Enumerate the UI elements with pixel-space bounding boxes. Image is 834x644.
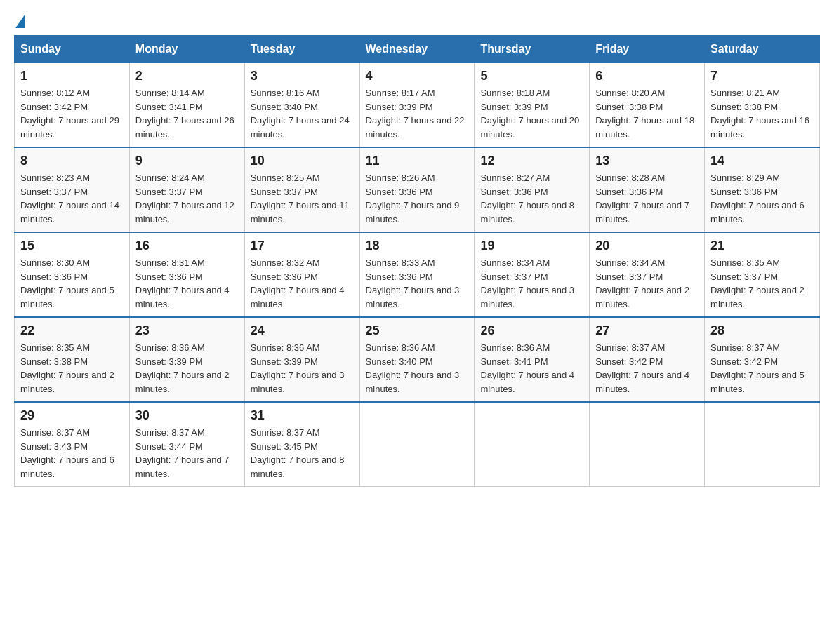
page-header — [14, 14, 820, 28]
day-number: 28 — [710, 323, 814, 338]
table-row: 8 Sunrise: 8:23 AMSunset: 3:37 PMDayligh… — [15, 147, 130, 232]
table-row: 25 Sunrise: 8:36 AMSunset: 3:40 PMDaylig… — [359, 317, 475, 402]
day-info: Sunrise: 8:34 AMSunset: 3:37 PMDaylight:… — [595, 257, 689, 309]
table-row — [475, 402, 590, 487]
table-row: 12 Sunrise: 8:27 AMSunset: 3:36 PMDaylig… — [475, 147, 590, 232]
table-row: 10 Sunrise: 8:25 AMSunset: 3:37 PMDaylig… — [244, 147, 359, 232]
col-header-saturday: Saturday — [705, 36, 820, 63]
day-info: Sunrise: 8:34 AMSunset: 3:37 PMDaylight:… — [480, 257, 574, 309]
day-number: 3 — [251, 69, 354, 83]
day-info: Sunrise: 8:30 AMSunset: 3:36 PMDaylight:… — [20, 257, 114, 309]
calendar-header-row: Sunday Monday Tuesday Wednesday Thursday… — [15, 36, 820, 63]
col-header-wednesday: Wednesday — [359, 36, 475, 63]
day-number: 12 — [480, 154, 583, 168]
day-info: Sunrise: 8:37 AMSunset: 3:45 PMDaylight:… — [251, 427, 345, 479]
day-info: Sunrise: 8:36 AMSunset: 3:41 PMDaylight:… — [480, 342, 574, 394]
col-header-monday: Monday — [129, 36, 244, 63]
table-row: 29 Sunrise: 8:37 AMSunset: 3:43 PMDaylig… — [15, 402, 130, 487]
table-row: 26 Sunrise: 8:36 AMSunset: 3:41 PMDaylig… — [475, 317, 590, 402]
day-number: 23 — [135, 323, 239, 338]
day-number: 30 — [135, 408, 239, 423]
day-info: Sunrise: 8:16 AMSunset: 3:40 PMDaylight:… — [251, 88, 350, 140]
day-info: Sunrise: 8:35 AMSunset: 3:37 PMDaylight:… — [710, 257, 805, 309]
day-number: 21 — [710, 239, 814, 253]
calendar-week-row: 1 Sunrise: 8:12 AMSunset: 3:42 PMDayligh… — [15, 63, 820, 148]
day-info: Sunrise: 8:35 AMSunset: 3:38 PMDaylight:… — [20, 342, 114, 394]
logo — [14, 14, 27, 28]
day-info: Sunrise: 8:31 AMSunset: 3:36 PMDaylight:… — [135, 257, 230, 309]
day-number: 18 — [366, 239, 469, 253]
calendar-week-row: 8 Sunrise: 8:23 AMSunset: 3:37 PMDayligh… — [15, 147, 820, 232]
day-info: Sunrise: 8:37 AMSunset: 3:42 PMDaylight:… — [595, 342, 689, 394]
day-info: Sunrise: 8:12 AMSunset: 3:42 PMDaylight:… — [20, 88, 119, 140]
day-number: 6 — [595, 69, 699, 83]
table-row: 31 Sunrise: 8:37 AMSunset: 3:45 PMDaylig… — [244, 402, 359, 487]
day-number: 7 — [710, 69, 814, 83]
table-row: 6 Sunrise: 8:20 AMSunset: 3:38 PMDayligh… — [590, 63, 705, 148]
day-info: Sunrise: 8:28 AMSunset: 3:36 PMDaylight:… — [595, 173, 689, 224]
table-row — [705, 402, 820, 487]
col-header-sunday: Sunday — [15, 36, 130, 63]
day-info: Sunrise: 8:36 AMSunset: 3:39 PMDaylight:… — [135, 342, 230, 394]
day-number: 11 — [366, 154, 469, 168]
day-number: 24 — [251, 323, 354, 338]
calendar-table: Sunday Monday Tuesday Wednesday Thursday… — [14, 35, 820, 487]
table-row: 27 Sunrise: 8:37 AMSunset: 3:42 PMDaylig… — [590, 317, 705, 402]
day-number: 15 — [20, 239, 124, 253]
calendar-week-row: 15 Sunrise: 8:30 AMSunset: 3:36 PMDaylig… — [15, 232, 820, 317]
table-row — [590, 402, 705, 487]
day-number: 27 — [595, 323, 699, 338]
day-info: Sunrise: 8:24 AMSunset: 3:37 PMDaylight:… — [135, 173, 234, 224]
day-number: 1 — [20, 69, 124, 83]
day-info: Sunrise: 8:33 AMSunset: 3:36 PMDaylight:… — [366, 257, 460, 309]
day-number: 16 — [135, 239, 239, 253]
col-header-thursday: Thursday — [475, 36, 590, 63]
table-row: 7 Sunrise: 8:21 AMSunset: 3:38 PMDayligh… — [705, 63, 820, 148]
day-info: Sunrise: 8:37 AMSunset: 3:43 PMDaylight:… — [20, 427, 114, 479]
day-info: Sunrise: 8:20 AMSunset: 3:38 PMDaylight:… — [595, 88, 694, 140]
logo-arrow-icon — [15, 14, 25, 28]
day-number: 14 — [710, 154, 814, 168]
table-row: 17 Sunrise: 8:32 AMSunset: 3:36 PMDaylig… — [244, 232, 359, 317]
day-number: 8 — [20, 154, 124, 168]
day-number: 2 — [135, 69, 239, 83]
table-row: 19 Sunrise: 8:34 AMSunset: 3:37 PMDaylig… — [475, 232, 590, 317]
table-row: 2 Sunrise: 8:14 AMSunset: 3:41 PMDayligh… — [129, 63, 244, 148]
table-row: 4 Sunrise: 8:17 AMSunset: 3:39 PMDayligh… — [359, 63, 475, 148]
table-row: 24 Sunrise: 8:36 AMSunset: 3:39 PMDaylig… — [244, 317, 359, 402]
table-row: 15 Sunrise: 8:30 AMSunset: 3:36 PMDaylig… — [15, 232, 130, 317]
table-row: 5 Sunrise: 8:18 AMSunset: 3:39 PMDayligh… — [475, 63, 590, 148]
table-row: 23 Sunrise: 8:36 AMSunset: 3:39 PMDaylig… — [129, 317, 244, 402]
day-info: Sunrise: 8:23 AMSunset: 3:37 PMDaylight:… — [20, 173, 119, 224]
table-row: 9 Sunrise: 8:24 AMSunset: 3:37 PMDayligh… — [129, 147, 244, 232]
calendar-week-row: 29 Sunrise: 8:37 AMSunset: 3:43 PMDaylig… — [15, 402, 820, 487]
calendar-week-row: 22 Sunrise: 8:35 AMSunset: 3:38 PMDaylig… — [15, 317, 820, 402]
table-row: 18 Sunrise: 8:33 AMSunset: 3:36 PMDaylig… — [359, 232, 475, 317]
day-info: Sunrise: 8:18 AMSunset: 3:39 PMDaylight:… — [480, 88, 579, 140]
day-info: Sunrise: 8:29 AMSunset: 3:36 PMDaylight:… — [710, 173, 805, 224]
table-row: 28 Sunrise: 8:37 AMSunset: 3:42 PMDaylig… — [705, 317, 820, 402]
day-info: Sunrise: 8:21 AMSunset: 3:38 PMDaylight:… — [710, 88, 809, 140]
table-row: 21 Sunrise: 8:35 AMSunset: 3:37 PMDaylig… — [705, 232, 820, 317]
day-number: 20 — [595, 239, 699, 253]
day-number: 5 — [480, 69, 583, 83]
day-info: Sunrise: 8:17 AMSunset: 3:39 PMDaylight:… — [366, 88, 465, 140]
day-info: Sunrise: 8:36 AMSunset: 3:39 PMDaylight:… — [251, 342, 345, 394]
day-number: 4 — [366, 69, 469, 83]
table-row: 22 Sunrise: 8:35 AMSunset: 3:38 PMDaylig… — [15, 317, 130, 402]
table-row: 14 Sunrise: 8:29 AMSunset: 3:36 PMDaylig… — [705, 147, 820, 232]
day-info: Sunrise: 8:14 AMSunset: 3:41 PMDaylight:… — [135, 88, 234, 140]
day-info: Sunrise: 8:25 AMSunset: 3:37 PMDaylight:… — [251, 173, 350, 224]
col-header-friday: Friday — [590, 36, 705, 63]
day-info: Sunrise: 8:32 AMSunset: 3:36 PMDaylight:… — [251, 257, 345, 309]
table-row: 30 Sunrise: 8:37 AMSunset: 3:44 PMDaylig… — [129, 402, 244, 487]
day-number: 10 — [251, 154, 354, 168]
day-number: 17 — [251, 239, 354, 253]
table-row: 1 Sunrise: 8:12 AMSunset: 3:42 PMDayligh… — [15, 63, 130, 148]
day-number: 31 — [251, 408, 354, 423]
table-row: 16 Sunrise: 8:31 AMSunset: 3:36 PMDaylig… — [129, 232, 244, 317]
day-number: 19 — [480, 239, 583, 253]
table-row: 20 Sunrise: 8:34 AMSunset: 3:37 PMDaylig… — [590, 232, 705, 317]
table-row: 13 Sunrise: 8:28 AMSunset: 3:36 PMDaylig… — [590, 147, 705, 232]
day-info: Sunrise: 8:27 AMSunset: 3:36 PMDaylight:… — [480, 173, 574, 224]
